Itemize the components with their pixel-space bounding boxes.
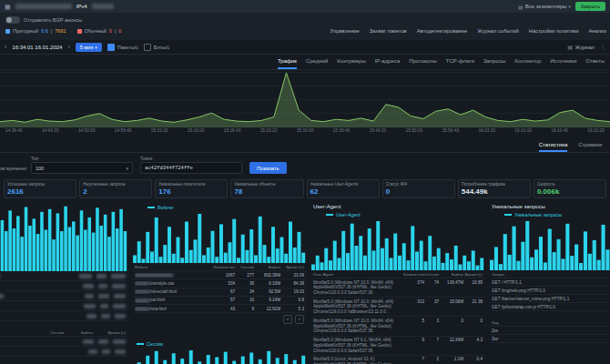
menu-item-autodetect[interactable]: Автодетектирование	[417, 28, 468, 34]
journal-button[interactable]: ▤ Журнал	[567, 44, 595, 50]
tab-traffic[interactable]: Трафик	[278, 55, 297, 69]
table-row[interactable]	[0, 281, 127, 291]
time-toolbar: ‹ 16:34:01 16.01.2024 › 5 мин ▾ Пакеты/с…	[0, 40, 610, 55]
card-failed-requests: Неуспешные запросы2	[79, 179, 152, 198]
table-row[interactable]: /css/style.css 334366.33M84.39	[133, 279, 306, 288]
realtime-label: в реальном времени	[0, 166, 26, 171]
tab-tcp-flags[interactable]: TCP-флаги	[446, 55, 474, 69]
table-row[interactable]	[0, 291, 127, 301]
table-row[interactable]	[0, 301, 127, 311]
unit-packets-checkbox[interactable]: Пакеты/с	[107, 44, 138, 51]
page-next-icon[interactable]: ›	[295, 315, 304, 324]
table-row[interactable]	[0, 347, 127, 357]
top-select[interactable]: 100 ▾	[31, 162, 133, 174]
table-row[interactable]: 1067277802.39M23.06	[133, 271, 306, 279]
referer-bar-chart[interactable]	[133, 212, 306, 263]
tab-average[interactable]: Средний	[306, 55, 328, 69]
interval-dropdown[interactable]: 5 мин ▾	[76, 43, 102, 52]
user-agent-bar-chart[interactable]	[311, 219, 484, 270]
table-row[interactable]: 2xx2612	[490, 327, 610, 335]
tab-collector[interactable]: Коллектор	[514, 55, 541, 69]
table-row[interactable]	[0, 311, 127, 321]
table-row[interactable]: /minecraft.html 673492.5M19.03	[133, 288, 306, 297]
protection-close-button[interactable]: Закрыть	[575, 2, 605, 11]
table-row[interactable]	[0, 337, 127, 347]
subtab-statistics[interactable]: Статистика	[539, 138, 568, 152]
traffic-chart-x-axis: 14:36:4014:43:2014:50:0014:56:4015:03:20…	[0, 128, 610, 133]
table-row[interactable]: Mozilla/5.0 (Linux; Android 10; K) Apple…	[311, 356, 484, 364]
series-mark-icon	[504, 214, 512, 216]
more-options-icon[interactable]: ⋮	[600, 44, 605, 50]
unit-bits-checkbox[interactable]: Биты/с	[144, 44, 169, 51]
layers-icon: ▤	[518, 4, 524, 10]
stat-cards: Успешные запросы2616 Неуспешные запросы2…	[4, 179, 606, 198]
top-label: Топ	[31, 156, 38, 161]
unique-requests-bar-chart[interactable]	[490, 219, 610, 270]
series-mark-icon	[137, 343, 144, 345]
table-row[interactable]: Mozilla/5.0 (Windows NT 10.0; Win64; x64…	[311, 317, 484, 336]
table-row[interactable]: Mozilla/5.0 (Windows NT 6.1; Win64; x64)…	[311, 337, 484, 356]
analytics-panels: Сессии Байты Время (с) Referer Referer К…	[0, 204, 610, 364]
menu-item-management[interactable]: Управление	[330, 28, 360, 34]
sessions-bar-chart[interactable]	[133, 349, 306, 364]
menu-item-event-log[interactable]: Журнал событий	[477, 28, 519, 34]
tab-ip-addresses[interactable]: IP-адреса	[375, 55, 401, 69]
instances-dropdown[interactable]: ▤ Все экземпляры ▾	[518, 4, 571, 10]
menu-item-analysis[interactable]: Анализ	[588, 28, 606, 34]
referer-legend: Referer	[133, 204, 306, 212]
bgp-announce-toggle[interactable]	[5, 16, 20, 24]
unique-requests-table-header: Запрос Количество Сессии	[490, 270, 610, 278]
card-status-404: Статус 4040	[382, 179, 455, 198]
tab-countermeasures[interactable]: Контрмеры	[337, 55, 365, 69]
traffic-area-chart[interactable]	[0, 70, 610, 127]
top-bar: ▦ IPv4 ▤ Все экземпляры ▾ Закрыть	[0, 0, 610, 13]
tab-protocols[interactable]: Протоколы	[409, 55, 437, 69]
checkbox-checked-icon	[107, 44, 115, 51]
table-row[interactable]: GET /js/bootstrap.min.js HTTP/1.0 6241	[490, 303, 610, 311]
card-traffic-consumption: Потребление трафика544.49k	[458, 179, 531, 198]
tab-answers[interactable]: Ответы	[585, 55, 605, 69]
card-unique-visitors: Уникальные посетители176	[155, 179, 228, 198]
object-name-redacted	[15, 4, 72, 9]
bgp-announce-label: Отправлять BGP-анонсы	[24, 17, 82, 23]
app-grid-icon[interactable]: ▦	[5, 4, 11, 10]
datetime-value[interactable]: 16:34:01 16.01.2024	[12, 45, 62, 50]
table-row[interactable]: /cat.html 57169.14M9.8	[133, 297, 306, 305]
menu-item-policy-settings[interactable]: Настройки политики	[529, 28, 579, 34]
code-table-header: Код Количество	[490, 318, 610, 327]
time-back-arrow[interactable]: ‹	[5, 44, 6, 50]
sub-header: Отправлять BGP-анонсы Пригодный 6.6 | 76…	[0, 13, 610, 40]
view-tabs: Трафик Средний Контрмеры IP-адреса Прото…	[0, 55, 610, 70]
pass-rate-limit: 7661	[55, 28, 66, 34]
table-row[interactable]: GET / HTTP/1.1 343176	[490, 278, 610, 287]
ip-version-label: IPv4	[76, 4, 87, 9]
table-row[interactable]: GET /banner.banner_mime.png HTTP/1.1 875…	[490, 295, 610, 303]
drop-rate-icon	[77, 29, 82, 34]
token-input[interactable]	[140, 162, 242, 174]
tab-requests[interactable]: Запросы	[483, 55, 505, 69]
rate-pass: Пригодный 6.6 | 7661	[5, 28, 66, 34]
card-speed: Скорость0.006k	[534, 179, 606, 198]
mitigation-dashboard: ▦ IPv4 ▤ Все экземпляры ▾ Закрыть Отправ…	[0, 0, 610, 364]
show-button[interactable]: Показать	[249, 162, 287, 174]
instances-dropdown-label: Все экземпляры	[525, 4, 567, 9]
interval-label: 5 мин	[80, 45, 93, 50]
panel-user-agent: User-Agent User-Agent User-Agent Количес…	[311, 204, 484, 364]
page-prev-icon[interactable]: ‹	[283, 315, 292, 324]
table-row[interactable]: GET /img/rekv.png HTTP/1.0 9864	[490, 287, 610, 295]
table-row[interactable]: Mozilla/5.0 (Windows NT 10.0; Win64; x64…	[311, 298, 484, 317]
subtab-streaming[interactable]: Стриминг	[578, 138, 603, 152]
table-row[interactable]: 3xx4	[490, 335, 610, 343]
table-row[interactable]: /mta.html 43912.91M5.3	[133, 305, 306, 313]
pass-rate-value: 6.6	[41, 28, 48, 34]
table-row[interactable]	[0, 271, 127, 281]
menu-item-packet-capture[interactable]: Захват пакетов	[370, 28, 407, 34]
series-mark-icon	[147, 207, 155, 208]
user-agent-panel-title: User-Agent	[311, 204, 484, 211]
table-row[interactable]: Mozilla/5.0 (Windows NT 10.0; Win64; x64…	[311, 278, 484, 298]
traffic-rates: Пригодный 6.6 | 7661 Обычный 0 | 0	[5, 28, 121, 34]
tab-sources[interactable]: Источники	[550, 55, 576, 69]
sessions-table-header: Сессии Байты Время (с)	[0, 329, 127, 337]
time-forward-arrow[interactable]: ›	[67, 44, 69, 50]
left-bar-chart[interactable]	[0, 204, 127, 271]
